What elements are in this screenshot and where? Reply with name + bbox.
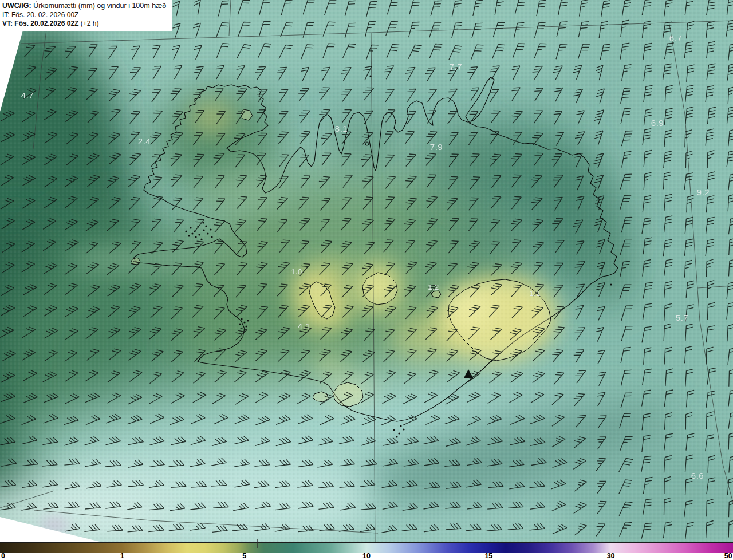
contour-label: 4.7	[21, 90, 34, 100]
contour-label: 1.2	[428, 283, 439, 291]
contour-label: 5.7	[676, 313, 688, 322]
contour-label: 7.9	[430, 142, 443, 152]
contour-label: 1.1	[529, 289, 541, 298]
colorbar-tick-label: 0	[1, 553, 5, 560]
valid-time-bold: VT: Fös. 20.02.2026 02Z	[2, 19, 78, 27]
contour-label: 4.1	[298, 321, 310, 331]
colorbar-labels-strip: 01510153050	[0, 553, 733, 560]
title-box: UWC/IG: Úrkomumætti (mm) og vindur i 100…	[0, 0, 172, 31]
contour-label: 2.4	[138, 136, 151, 146]
contour-label: 6.9	[651, 118, 664, 128]
contour-label: 6.7	[669, 33, 682, 43]
contour-label: 8.1	[335, 124, 348, 133]
colorbar-grid-tick	[257, 539, 258, 548]
colorbar-tick-label: 30	[607, 553, 615, 560]
weather-map-page: 4.72.48.17.77.96.76.99.25.74.11.01.21.16…	[0, 0, 733, 560]
colorbar-tick-label: 1	[120, 553, 124, 560]
title-text: Úrkomumætti (mm) og vindur i 100m hæð	[31, 2, 166, 10]
colorbar-tick-label: 5	[242, 553, 246, 560]
contour-label: 7.7	[450, 62, 462, 72]
map-canvas: 4.72.48.17.77.96.76.99.25.74.11.01.21.16…	[0, 0, 733, 542]
valid-time-offset: (+2 h)	[78, 19, 98, 27]
map-title: UWC/IG: Úrkomumætti (mm) og vindur i 100…	[2, 2, 166, 11]
colorbar-tick-label: 15	[484, 553, 492, 560]
colorbar-tick-label: 10	[362, 553, 371, 560]
contour-label: 1.0	[291, 267, 302, 276]
contour-label: 9.2	[697, 187, 710, 197]
contour-label: 6.6	[691, 471, 704, 480]
colorbar-tick-label: 50	[724, 553, 732, 560]
model-id: UWC/IG:	[2, 2, 31, 10]
init-time: IT: Fös. 20. 02. 2026 00Z	[2, 11, 166, 20]
valid-time: VT: Fös. 20.02.2026 02Z (+2 h)	[2, 19, 166, 29]
